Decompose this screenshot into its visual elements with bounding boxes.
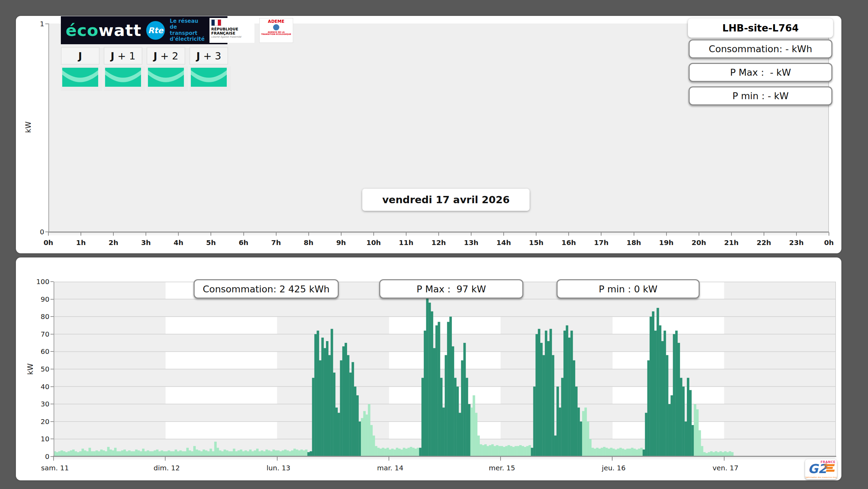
history-plot-area [54, 282, 836, 457]
ecowatt-eco-text: éco [66, 21, 99, 40]
history-ytick [50, 439, 54, 439]
forecast-ymax-label: 1 [40, 20, 44, 28]
forecast-hour-tick [178, 232, 179, 236]
forecast-hour-label: 18h [626, 238, 641, 247]
history-ytick [50, 334, 54, 335]
forecast-hour-label: 0h [44, 238, 53, 247]
forecast-hour-tick [536, 232, 536, 236]
forecast-ymax-tick [45, 23, 48, 24]
forecast-hour-tick [666, 232, 667, 236]
g2e-france-label: FRANCE [821, 460, 836, 464]
site-name-box: LHB-site-L764 [688, 18, 833, 38]
history-ytick-label: 80 [41, 312, 49, 321]
history-ytick-label: 70 [41, 330, 49, 338]
forecast-hour-label: 16h [561, 238, 576, 247]
forecast-hour-tick [341, 232, 342, 236]
history-ytick-label: 20 [41, 417, 49, 426]
history-pmin-box: P min : 0 kW [557, 279, 700, 299]
history-day-tick [277, 457, 278, 461]
forecast-pmax-box: P Max : - kW [689, 63, 832, 82]
forecast-hour-label: 22h [757, 238, 771, 247]
forecast-hour-label: 6h [239, 238, 248, 247]
forecast-hour-label: 0h [824, 238, 834, 247]
ademe-globe-icon [273, 24, 279, 30]
history-day-label: lun. 13 [267, 464, 290, 472]
forecast-hour-label: 9h [336, 238, 346, 247]
ecowatt-signal-tile [104, 66, 145, 91]
forecast-hour-label: 7h [271, 238, 281, 247]
forecast-x-axis-line [48, 232, 829, 233]
history-day-label: ven. 17 [712, 464, 738, 472]
forecast-hour-tick [699, 232, 699, 236]
history-day-tick [724, 457, 725, 461]
ademe-title: ADEME [261, 19, 291, 23]
history-consumption-box: Consommation: 2 425 kWh [194, 279, 339, 299]
forecast-hour-tick [81, 232, 81, 236]
history-ytick [50, 281, 54, 282]
forecast-hour-label: 11h [399, 238, 413, 247]
forecast-hour-tick [276, 232, 277, 236]
forecast-hour-label: 17h [594, 238, 608, 247]
forecast-hour-tick [308, 232, 309, 236]
forecast-hour-label: 4h [174, 238, 183, 247]
history-ytick-label: 100 [36, 278, 49, 286]
history-day-tick [53, 457, 54, 461]
forecast-hour-label: 19h [659, 238, 674, 247]
ecowatt-dashboard: 1 0 kW écowatt Rte Le réseaude transport… [0, 0, 868, 489]
history-ytick-label: 60 [41, 347, 49, 356]
ademe-subtitle: AGENCE DE LA TRANSITION ÉCOLOGIQUE [261, 31, 291, 36]
history-day-tick [389, 457, 389, 461]
history-day-tick [500, 457, 501, 461]
forecast-hour-label: 12h [431, 238, 446, 247]
day-button-j+1[interactable]: J + 1 [104, 47, 142, 65]
history-ytick-label: 10 [41, 435, 49, 443]
g2e-logo: G2 ⚡ FRANCE Optimisation des ressources … [805, 459, 837, 479]
day-button-j+3[interactable]: J + 3 [189, 47, 228, 65]
history-day-label: mar. 14 [377, 464, 403, 472]
history-day-label: sam. 11 [41, 464, 69, 472]
forecast-hour-tick [438, 232, 439, 236]
forecast-hour-label: 3h [141, 238, 151, 247]
history-ytick [50, 299, 54, 300]
ademe-logo: ADEME AGENCE DE LA TRANSITION ÉCOLOGIQUE [259, 18, 293, 43]
forecast-hour-label: 20h [692, 238, 706, 247]
forecast-hour-tick [211, 232, 211, 236]
history-day-label: jeu. 16 [602, 464, 626, 472]
forecast-hour-tick [634, 232, 634, 236]
history-ytick [50, 386, 54, 387]
day-button-j+2[interactable]: J + 2 [147, 47, 185, 65]
forecast-hour-label: 8h [304, 238, 314, 247]
history-ytick [50, 351, 54, 352]
forecast-ymin-label: 0 [40, 228, 44, 236]
history-day-label: dim. 12 [153, 464, 180, 472]
ecowatt-logo: écowatt Rte Le réseaude transportd'élect… [61, 16, 227, 44]
forecast-hour-tick [146, 232, 146, 236]
forecast-date-box: vendredi 17 avril 2026 [362, 189, 530, 211]
history-day-tick [612, 457, 613, 461]
forecast-hour-label: 14h [496, 238, 511, 247]
forecast-hour-tick [764, 232, 764, 236]
forecast-hour-label: 15h [529, 238, 543, 247]
rte-logo-icon: Rte [146, 21, 165, 40]
forecast-hour-tick [406, 232, 407, 236]
ecowatt-watt-text: watt [99, 21, 141, 40]
history-ylabel: kW [26, 364, 35, 375]
forecast-hour-tick [568, 232, 569, 236]
forecast-hour-tick [503, 232, 504, 236]
day-button-j[interactable]: J [61, 47, 100, 65]
forecast-hour-tick [113, 232, 114, 236]
history-ytick [50, 421, 54, 422]
forecast-hour-tick [243, 232, 244, 236]
forecast-hour-label: 5h [206, 238, 216, 247]
forecast-hour-label: 21h [724, 238, 739, 247]
g2e-tagline: Optimisation des ressources énergétiques [805, 476, 837, 478]
history-ytick-label: 0 [45, 452, 49, 461]
forecast-hour-tick [373, 232, 374, 236]
g2e-e-glyph [826, 464, 834, 472]
history-ytick [50, 404, 54, 404]
republique-motto: Liberté Égalité Fraternité [211, 36, 253, 38]
history-ytick-label: 40 [41, 383, 49, 391]
ecowatt-wordmark: écowatt [66, 22, 141, 38]
forecast-hour-label: 13h [464, 238, 478, 247]
history-ytick-label: 90 [41, 295, 49, 303]
